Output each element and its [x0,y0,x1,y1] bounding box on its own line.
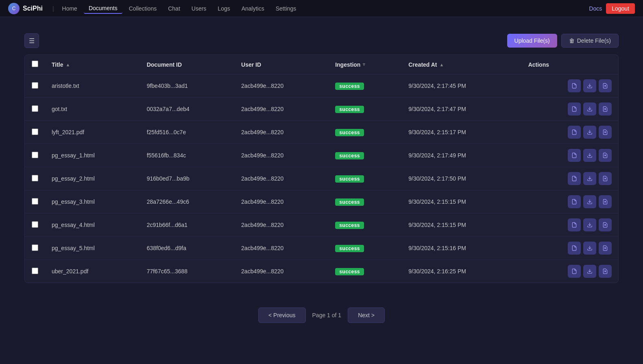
action-view-8[interactable] [568,265,581,278]
row-checkbox-3[interactable] [32,152,38,158]
row-actions-7 [522,237,618,260]
action-view-0[interactable] [568,79,581,92]
select-all-checkbox[interactable] [32,61,38,67]
delete-button[interactable]: 🗑 Delete File(s) [561,34,619,48]
action-delete-3[interactable] [599,149,612,162]
row-title-0: aristotle.txt [45,74,140,98]
action-delete-6[interactable] [599,218,612,231]
row-actions-3 [522,144,618,167]
row-user-id-1: 2acb499e...8220 [235,98,329,121]
action-delete-1[interactable] [599,102,612,116]
action-delete-5[interactable] [599,195,612,208]
action-download-2[interactable] [583,126,596,139]
nav-home[interactable]: Home [57,4,82,13]
row-created-at-1: 9/30/2024, 2:17:47 PM [402,98,521,121]
nav-users[interactable]: Users [187,4,211,13]
row-actions-4 [522,167,618,190]
action-delete-7[interactable] [599,242,612,255]
nav-documents[interactable]: Documents [84,3,122,14]
row-user-id-3: 2acb499e...8220 [235,144,329,167]
nav-logo: C SciPhi [8,3,43,14]
action-view-5[interactable] [568,195,581,208]
row-checkbox-2[interactable] [32,129,38,135]
filter-button[interactable]: ☰ [24,33,39,48]
row-created-at-6: 9/30/2024, 2:15:15 PM [402,214,521,237]
ingestion-filter-icon[interactable]: ▿ [363,62,365,67]
nav-chat[interactable]: Chat [163,4,185,13]
row-checkbox-4[interactable] [32,175,38,181]
action-download-7[interactable] [583,242,596,255]
pagination: < Previous Page 1 of 1 Next > [24,307,619,323]
action-download-1[interactable] [583,102,596,116]
logout-button[interactable]: Logout [606,3,635,14]
title-sort-icon[interactable]: ▲ [66,62,70,67]
action-view-2[interactable] [568,126,581,139]
action-view-3[interactable] [568,149,581,162]
action-delete-0[interactable] [599,79,612,92]
row-checkbox-8[interactable] [32,268,38,274]
action-download-4[interactable] [583,172,596,185]
row-user-id-4: 2acb499e...8220 [235,167,329,190]
action-delete-8[interactable] [599,265,612,278]
row-document-id-1: 0032a7a7...deb4 [140,98,235,121]
row-checkbox-7[interactable] [32,244,38,251]
row-created-at-4: 9/30/2024, 2:17:50 PM [402,167,521,190]
row-user-id-6: 2acb499e...8220 [235,214,329,237]
row-document-id-3: f55616fb...834c [140,144,235,167]
ingestion-badge-1: success [335,106,364,113]
nav-analytics[interactable]: Analytics [237,4,269,13]
action-delete-4[interactable] [599,172,612,185]
next-button[interactable]: Next > [348,307,385,323]
nav-logs[interactable]: Logs [213,4,235,13]
nav-divider: | [52,5,54,12]
row-checkbox-cell [25,121,45,144]
action-view-1[interactable] [568,102,581,116]
row-created-at-7: 9/30/2024, 2:15:16 PM [402,237,521,260]
action-download-8[interactable] [583,265,596,278]
prev-button[interactable]: < Previous [258,307,306,323]
row-document-id-8: 77f67c65...3688 [140,260,235,283]
row-ingestion-8: success [329,260,402,283]
action-view-7[interactable] [568,242,581,255]
row-checkbox-0[interactable] [32,82,38,89]
ingestion-badge-0: success [335,83,364,90]
action-view-6[interactable] [568,218,581,231]
action-delete-2[interactable] [599,126,612,139]
row-checkbox-cell [25,167,45,190]
nav-collections[interactable]: Collections [124,4,161,13]
row-checkbox-5[interactable] [32,198,38,205]
row-document-id-0: 9fbe403b...3ad1 [140,74,235,98]
row-checkbox-6[interactable] [32,221,38,228]
action-download-6[interactable] [583,218,596,231]
row-ingestion-1: success [329,98,402,121]
action-download-5[interactable] [583,195,596,208]
row-title-6: pg_essay_4.html [45,214,140,237]
docs-link[interactable]: Docs [589,5,602,12]
row-actions-8 [522,260,618,283]
created-at-sort-icon[interactable]: ▲ [440,62,444,67]
row-checkbox-cell [25,74,45,98]
row-ingestion-5: success [329,190,402,214]
table-header: Title ▲ Document ID User ID Ingestion ▿ [25,55,618,74]
row-created-at-8: 9/30/2024, 2:16:25 PM [402,260,521,283]
row-document-id-6: 2c91b66f...d6a1 [140,214,235,237]
brand-name: SciPhi [23,5,43,12]
th-document-id: Document ID [140,55,235,74]
row-ingestion-3: success [329,144,402,167]
row-created-at-5: 9/30/2024, 2:15:15 PM [402,190,521,214]
th-checkbox [25,55,45,74]
row-checkbox-1[interactable] [32,105,38,112]
row-ingestion-7: success [329,237,402,260]
action-download-3[interactable] [583,149,596,162]
upload-button[interactable]: Upload File(s) [507,34,557,48]
row-user-id-0: 2acb499e...8220 [235,74,329,98]
table-row: pg_essay_3.html 28a7266e...49c6 2acb499e… [25,190,618,214]
nav-right: Docs Logout [589,3,635,14]
row-document-id-7: 638f0ed6...d9fa [140,237,235,260]
row-actions-0 [522,74,618,98]
nav-links: Home Documents Collections Chat Users Lo… [57,3,589,14]
action-view-4[interactable] [568,172,581,185]
action-download-0[interactable] [583,79,596,92]
nav-settings[interactable]: Settings [271,4,301,13]
table-row: uber_2021.pdf 77f67c65...3688 2acb499e..… [25,260,618,283]
